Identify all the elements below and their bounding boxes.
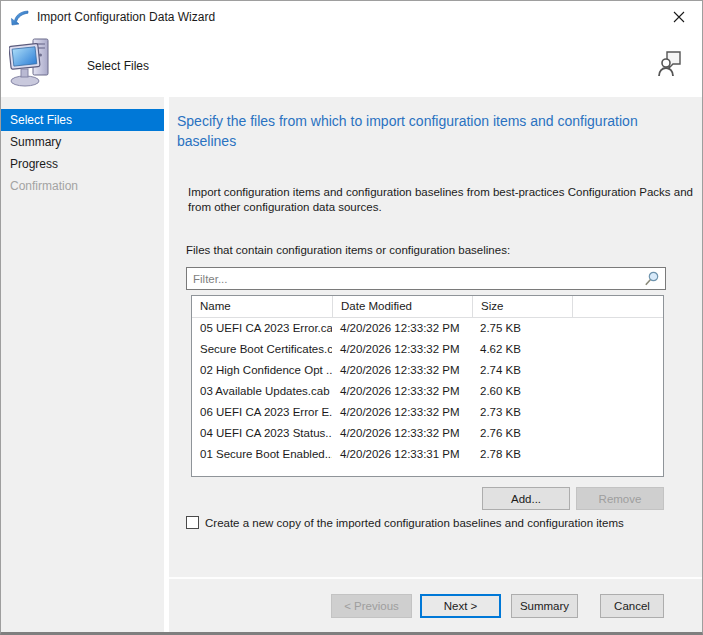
sidebar-item-select-files[interactable]: Select Files — [1, 109, 164, 131]
cell-name: 06 UEFI CA 2023 Error E... — [192, 402, 332, 423]
table-header-row: Name Date Modified Size — [192, 296, 663, 318]
column-header-filler — [572, 296, 663, 317]
wizard-arrow-icon — [10, 8, 29, 27]
column-header-date-modified[interactable]: Date Modified — [332, 296, 472, 317]
table-row[interactable]: 03 Available Updates.cab 4/20/2026 12:33… — [192, 381, 663, 402]
filter-box — [186, 267, 666, 290]
cell-name: 01 Secure Boot Enabled.... — [192, 444, 332, 465]
footer-divider — [169, 577, 703, 579]
cell-size: 2.74 KB — [472, 360, 572, 381]
wizard-steps-sidebar: Select Files Summary Progress Confirmati… — [1, 97, 164, 633]
cell-name: 05 UEFI CA 2023 Error.cab — [192, 318, 332, 339]
cell-size: 2.78 KB — [472, 444, 572, 465]
table-row[interactable]: 05 UEFI CA 2023 Error.cab 4/20/2026 12:3… — [192, 318, 663, 339]
search-icon — [644, 271, 660, 291]
window-title: Import Configuration Data Wizard — [37, 10, 215, 24]
cell-size: 4.62 KB — [472, 339, 572, 360]
cell-date-modified: 4/20/2026 12:33:32 PM — [332, 339, 472, 360]
previous-button: < Previous — [331, 594, 412, 618]
close-icon — [673, 11, 685, 23]
close-button[interactable] — [656, 1, 702, 32]
page-description: Import configuration items and configura… — [188, 185, 693, 215]
cell-size: 2.76 KB — [472, 423, 572, 444]
banner-step-title: Select Files — [87, 59, 149, 73]
add-button[interactable]: Add... — [482, 487, 570, 510]
table-row[interactable]: 04 UEFI CA 2023 Status.... 4/20/2026 12:… — [192, 423, 663, 444]
filter-input[interactable] — [187, 268, 642, 289]
cell-size: 2.75 KB — [472, 318, 572, 339]
wizard-steps-list: Select Files Summary Progress Confirmati… — [1, 109, 164, 197]
next-button[interactable]: Next > — [420, 594, 501, 618]
sidebar-item-progress[interactable]: Progress — [1, 153, 164, 175]
cell-size: 2.60 KB — [472, 381, 572, 402]
cell-name: 03 Available Updates.cab — [192, 381, 332, 402]
cell-size: 2.73 KB — [472, 402, 572, 423]
table-row[interactable]: 06 UEFI CA 2023 Error E... 4/20/2026 12:… — [192, 402, 663, 423]
cell-name: 02 High Confidence Opt ... — [192, 360, 332, 381]
table-row[interactable]: 02 High Confidence Opt ... 4/20/2026 12:… — [192, 360, 663, 381]
summary-button[interactable]: Summary — [511, 594, 578, 618]
cell-date-modified: 4/20/2026 12:33:32 PM — [332, 402, 472, 423]
wizard-banner: Select Files — [1, 33, 702, 97]
column-header-name[interactable]: Name — [192, 296, 332, 317]
computer-icon — [9, 37, 53, 93]
title-bar: Import Configuration Data Wizard — [1, 1, 702, 33]
create-copy-checkbox-label[interactable]: Create a new copy of the imported config… — [205, 517, 624, 529]
sidebar-item-confirmation: Confirmation — [1, 175, 164, 197]
files-list-label: Files that contain configuration items o… — [186, 244, 510, 256]
import-configuration-data-wizard-window: Import Configuration Data Wizard — [0, 0, 703, 635]
cell-date-modified: 4/20/2026 12:33:32 PM — [332, 360, 472, 381]
remove-button: Remove — [576, 487, 664, 510]
create-copy-checkbox-row: Create a new copy of the imported config… — [186, 516, 624, 529]
cell-name: Secure Boot Certificates.c... — [192, 339, 332, 360]
cell-date-modified: 4/20/2026 12:33:32 PM — [332, 318, 472, 339]
table-row[interactable]: Secure Boot Certificates.c... 4/20/2026 … — [192, 339, 663, 360]
files-table: Name Date Modified Size 05 UEFI CA 2023 … — [191, 295, 664, 477]
page-title: Specify the files from which to import c… — [177, 111, 645, 151]
sidebar-item-summary[interactable]: Summary — [1, 131, 164, 153]
create-copy-checkbox[interactable] — [186, 516, 199, 529]
feedback-person-icon[interactable] — [658, 51, 682, 77]
cell-date-modified: 4/20/2026 12:33:32 PM — [332, 381, 472, 402]
cancel-button[interactable]: Cancel — [600, 594, 664, 618]
cell-date-modified: 4/20/2026 12:33:32 PM — [332, 423, 472, 444]
table-row[interactable]: 01 Secure Boot Enabled.... 4/20/2026 12:… — [192, 444, 663, 465]
main-panel: Specify the files from which to import c… — [169, 97, 703, 633]
column-header-size[interactable]: Size — [472, 296, 572, 317]
cell-date-modified: 4/20/2026 12:33:31 PM — [332, 444, 472, 465]
cell-name: 04 UEFI CA 2023 Status.... — [192, 423, 332, 444]
